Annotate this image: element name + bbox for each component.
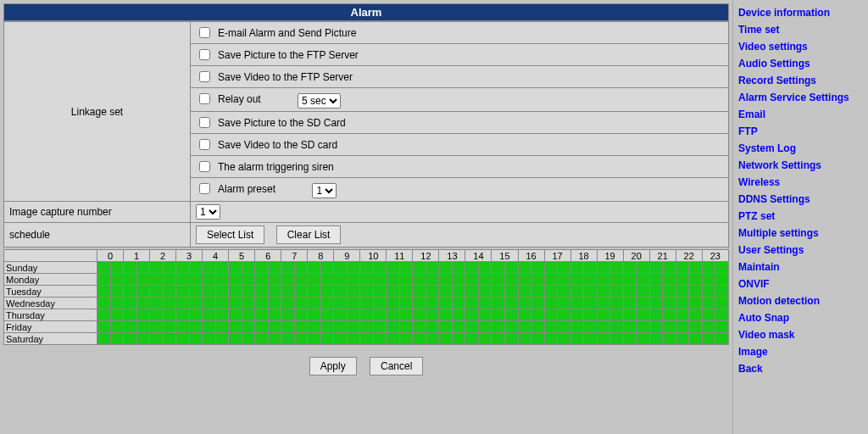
schedule-slot[interactable] bbox=[399, 274, 413, 286]
chk-siren[interactable] bbox=[199, 161, 210, 172]
sidebar-item-system-log[interactable]: System Log bbox=[738, 142, 863, 154]
schedule-slot[interactable] bbox=[426, 274, 439, 286]
sidebar-item-video-settings[interactable]: Video settings bbox=[738, 41, 863, 53]
schedule-slot[interactable] bbox=[676, 321, 689, 333]
select-list-button[interactable]: Select List bbox=[196, 225, 264, 244]
schedule-slot[interactable] bbox=[373, 274, 387, 286]
schedule-slot[interactable] bbox=[308, 298, 321, 309]
sidebar-item-auto-snap[interactable]: Auto Snap bbox=[738, 312, 863, 324]
schedule-slot[interactable] bbox=[715, 333, 729, 345]
schedule-slot[interactable] bbox=[255, 298, 269, 309]
schedule-slot[interactable] bbox=[452, 286, 465, 298]
schedule-slot[interactable] bbox=[439, 333, 453, 345]
schedule-slot[interactable] bbox=[570, 333, 584, 345]
alarm-preset-select[interactable]: 1 bbox=[312, 183, 337, 198]
schedule-slot[interactable] bbox=[281, 262, 295, 274]
chk-save-vid-ftp[interactable] bbox=[199, 71, 210, 82]
schedule-slot[interactable] bbox=[623, 309, 637, 321]
schedule-slot[interactable] bbox=[268, 321, 281, 333]
schedule-slot[interactable] bbox=[176, 286, 190, 298]
opt-save-pic-sd[interactable]: Save Picture to the SD Card bbox=[196, 114, 346, 131]
schedule-slot[interactable] bbox=[229, 262, 242, 274]
schedule-slot[interactable] bbox=[570, 262, 584, 274]
schedule-slot[interactable] bbox=[189, 298, 203, 309]
schedule-slot[interactable] bbox=[702, 298, 715, 309]
schedule-slot[interactable] bbox=[492, 321, 505, 333]
schedule-slot[interactable] bbox=[360, 286, 374, 298]
schedule-slot[interactable] bbox=[504, 309, 518, 321]
schedule-slot[interactable] bbox=[584, 309, 598, 321]
schedule-slot[interactable] bbox=[97, 262, 111, 274]
schedule-slot[interactable] bbox=[320, 262, 334, 274]
schedule-slot[interactable] bbox=[452, 333, 465, 345]
schedule-slot[interactable] bbox=[110, 286, 124, 298]
schedule-slot[interactable] bbox=[610, 274, 624, 286]
schedule-slot[interactable] bbox=[558, 262, 571, 274]
schedule-slot[interactable] bbox=[478, 321, 492, 333]
schedule-slot[interactable] bbox=[597, 274, 610, 286]
schedule-slot[interactable] bbox=[360, 274, 374, 286]
schedule-slot[interactable] bbox=[584, 286, 598, 298]
schedule-slot[interactable] bbox=[163, 274, 176, 286]
schedule-slot[interactable] bbox=[558, 321, 571, 333]
schedule-slot[interactable] bbox=[203, 286, 216, 298]
schedule-slot[interactable] bbox=[715, 262, 729, 274]
schedule-slot[interactable] bbox=[478, 333, 492, 345]
schedule-slot[interactable] bbox=[465, 286, 479, 298]
schedule-slot[interactable] bbox=[426, 321, 439, 333]
schedule-slot[interactable] bbox=[518, 333, 531, 345]
schedule-slot[interactable] bbox=[584, 333, 598, 345]
schedule-slot[interactable] bbox=[255, 262, 269, 274]
schedule-slot[interactable] bbox=[334, 262, 348, 274]
schedule-slot[interactable] bbox=[215, 333, 229, 345]
schedule-slot[interactable] bbox=[504, 298, 518, 309]
schedule-slot[interactable] bbox=[124, 262, 137, 274]
schedule-slot[interactable] bbox=[649, 333, 663, 345]
schedule-slot[interactable] bbox=[320, 333, 334, 345]
sidebar-item-video-mask[interactable]: Video mask bbox=[738, 329, 863, 341]
schedule-slot[interactable] bbox=[176, 321, 190, 333]
schedule-slot[interactable] bbox=[150, 309, 164, 321]
schedule-slot[interactable] bbox=[203, 309, 216, 321]
schedule-slot[interactable] bbox=[242, 286, 255, 298]
schedule-slot[interactable] bbox=[399, 286, 413, 298]
schedule-slot[interactable] bbox=[676, 274, 689, 286]
schedule-slot[interactable] bbox=[558, 298, 571, 309]
schedule-slot[interactable] bbox=[558, 286, 571, 298]
schedule-slot[interactable] bbox=[229, 298, 242, 309]
schedule-slot[interactable] bbox=[544, 286, 558, 298]
schedule-slot[interactable] bbox=[255, 321, 269, 333]
sidebar-item-maintain[interactable]: Maintain bbox=[738, 261, 863, 273]
schedule-slot[interactable] bbox=[97, 321, 111, 333]
schedule-slot[interactable] bbox=[334, 274, 348, 286]
schedule-slot[interactable] bbox=[242, 309, 255, 321]
schedule-slot[interactable] bbox=[465, 262, 479, 274]
schedule-slot[interactable] bbox=[676, 262, 689, 274]
schedule-slot[interactable] bbox=[478, 274, 492, 286]
schedule-slot[interactable] bbox=[399, 262, 413, 274]
schedule-slot[interactable] bbox=[676, 309, 689, 321]
schedule-slot[interactable] bbox=[558, 274, 571, 286]
schedule-slot[interactable] bbox=[504, 274, 518, 286]
schedule-slot[interactable] bbox=[110, 274, 124, 286]
schedule-slot[interactable] bbox=[597, 298, 610, 309]
schedule-slot[interactable] bbox=[373, 286, 387, 298]
sidebar-item-email[interactable]: Email bbox=[738, 108, 863, 120]
schedule-slot[interactable] bbox=[347, 333, 360, 345]
sidebar-item-device-information[interactable]: Device information bbox=[738, 7, 863, 19]
schedule-slot[interactable] bbox=[597, 309, 610, 321]
clear-list-button[interactable]: Clear List bbox=[276, 225, 342, 244]
schedule-slot[interactable] bbox=[702, 262, 715, 274]
schedule-slot[interactable] bbox=[597, 321, 610, 333]
schedule-slot[interactable] bbox=[465, 321, 479, 333]
schedule-slot[interactable] bbox=[610, 321, 624, 333]
schedule-slot[interactable] bbox=[584, 262, 598, 274]
schedule-slot[interactable] bbox=[308, 309, 321, 321]
schedule-slot[interactable] bbox=[399, 321, 413, 333]
schedule-slot[interactable] bbox=[492, 274, 505, 286]
relay-out-select[interactable]: 5 sec bbox=[298, 93, 341, 108]
schedule-slot[interactable] bbox=[268, 274, 281, 286]
schedule-slot[interactable] bbox=[715, 309, 729, 321]
schedule-slot[interactable] bbox=[637, 333, 650, 345]
chk-save-pic-ftp[interactable] bbox=[199, 49, 210, 60]
